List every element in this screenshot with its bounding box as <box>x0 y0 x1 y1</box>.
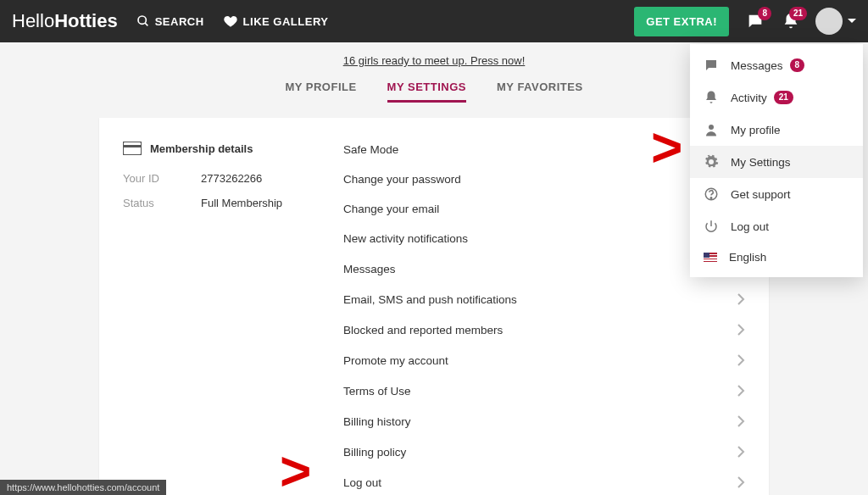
user-icon <box>704 122 731 137</box>
gear-icon <box>704 154 731 170</box>
avatar[interactable] <box>815 8 843 35</box>
id-label: Your ID <box>123 172 201 185</box>
settings-row-label: New activity notifications <box>343 232 468 245</box>
menu-item-messages[interactable]: Messages8 <box>690 49 863 81</box>
membership-header: Membership details <box>123 142 303 155</box>
browser-status-bar: https://www.hellohotties.com/account <box>0 480 166 495</box>
logo[interactable]: HelloHotties <box>12 10 118 32</box>
nav-like-gallery[interactable]: LIKE GALLERY <box>223 14 329 29</box>
menu-item-my-settings[interactable]: My Settings <box>690 146 863 178</box>
settings-row-label: Email, SMS and push notifications <box>343 293 517 306</box>
status-label: Status <box>123 197 201 209</box>
chevron-right-icon <box>737 476 745 489</box>
status-value: Full Membership <box>201 197 282 209</box>
menu-item-activity[interactable]: Activity21 <box>690 81 863 114</box>
heart-icon <box>223 14 238 29</box>
menu-item-get-support[interactable]: Get support <box>690 178 863 210</box>
chat-badge: 8 <box>758 7 771 20</box>
your-id-row: Your ID 2773262266 <box>123 172 303 185</box>
menu-item-label: My profile <box>731 124 781 136</box>
settings-row-8[interactable]: Terms of Use <box>320 375 769 406</box>
settings-row-label: Log out <box>343 476 381 489</box>
caret-down-icon[interactable] <box>848 17 856 25</box>
chevron-right-icon <box>737 384 745 398</box>
get-extra-button[interactable]: GET EXTRA! <box>634 7 729 36</box>
menu-item-label: Activity <box>731 92 767 104</box>
settings-row-label: Billing policy <box>343 446 406 459</box>
tab-my-favorites[interactable]: MY FAVORITES <box>497 79 583 103</box>
settings-row-label: Terms of Use <box>343 385 411 398</box>
menu-item-label: My Settings <box>731 156 791 169</box>
menu-item-label: Messages <box>731 59 783 72</box>
settings-row-9[interactable]: Billing history <box>320 406 769 437</box>
chat-icon-wrap[interactable]: 8 <box>746 12 765 31</box>
nav-search-label: SEARCH <box>155 15 204 28</box>
chevron-right-icon <box>737 445 745 459</box>
settings-row-label: Change your email <box>343 203 439 215</box>
chevron-right-icon <box>737 414 745 428</box>
chat-icon <box>704 58 731 73</box>
settings-row-11[interactable]: Log out <box>320 467 769 495</box>
menu-item-english[interactable]: English <box>690 242 863 272</box>
tab-my-settings[interactable]: MY SETTINGS <box>387 79 466 103</box>
chevron-right-icon <box>737 323 745 336</box>
search-icon <box>136 14 150 28</box>
power-icon <box>704 219 731 234</box>
topbar: HelloHotties SEARCH LIKE GALLERY GET EXT… <box>0 0 868 42</box>
id-value: 2773262266 <box>201 172 262 185</box>
settings-row-7[interactable]: Promote my account <box>320 345 769 375</box>
settings-row-6[interactable]: Blocked and reported members <box>320 314 769 345</box>
menu-item-log-out[interactable]: Log out <box>690 210 863 242</box>
settings-row-10[interactable]: Billing policy <box>320 437 769 467</box>
help-icon <box>704 186 731 202</box>
bell-badge: 21 <box>789 7 807 20</box>
bell-icon <box>704 90 731 105</box>
svg-point-6 <box>710 197 712 199</box>
tab-my-profile[interactable]: MY PROFILE <box>285 79 356 103</box>
settings-row-label: Change your password <box>343 173 461 186</box>
settings-row-label: Promote my account <box>343 354 448 367</box>
menu-item-label: English <box>729 251 766 264</box>
menu-item-my-profile[interactable]: My profile <box>690 114 863 146</box>
settings-row-5[interactable]: Email, SMS and push notifications <box>320 284 769 314</box>
flag-icon <box>704 253 717 262</box>
settings-card: Membership details Your ID 2773262266 St… <box>99 118 769 495</box>
membership-title: Membership details <box>150 142 253 155</box>
svg-rect-2 <box>123 142 142 155</box>
nav-search[interactable]: SEARCH <box>136 14 204 28</box>
menu-item-label: Get support <box>731 188 791 201</box>
menu-badge: 8 <box>790 58 805 72</box>
nav-like-label: LIKE GALLERY <box>243 15 329 28</box>
card-icon <box>123 142 142 155</box>
chevron-right-icon <box>737 353 745 367</box>
settings-row-label: Billing history <box>343 415 411 428</box>
profile-dropdown: Messages8Activity21My profileMy Settings… <box>690 44 863 277</box>
svg-line-1 <box>145 23 147 25</box>
svg-rect-3 <box>123 145 142 147</box>
status-row: Status Full Membership <box>123 197 303 209</box>
settings-row-label: Blocked and reported members <box>343 324 503 336</box>
chevron-right-icon <box>737 292 745 306</box>
settings-row-label: Messages <box>343 263 396 275</box>
menu-item-label: Log out <box>731 220 769 233</box>
svg-point-4 <box>709 125 714 130</box>
settings-row-label: Safe Mode <box>343 143 398 156</box>
bell-icon-wrap[interactable]: 21 <box>782 12 800 31</box>
svg-point-0 <box>138 16 146 24</box>
membership-panel: Membership details Your ID 2773262266 St… <box>99 118 320 495</box>
menu-badge: 21 <box>774 91 793 104</box>
